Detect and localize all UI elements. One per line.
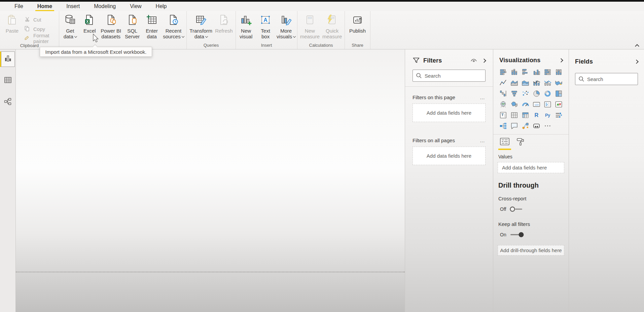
collapse-visualizations-chevron-icon[interactable] [559, 58, 563, 63]
cross-report-toggle[interactable]: Off [500, 206, 564, 212]
100-stacked-bar-chart-visual-button[interactable] [543, 69, 552, 77]
line-stacked-column-chart-visual-button[interactable] [532, 79, 541, 88]
menu-file[interactable]: File [7, 2, 30, 11]
line-chart-icon [499, 79, 507, 88]
key-influencers-visual-button[interactable] [554, 112, 563, 120]
scatter-chart-visual-button[interactable] [521, 90, 530, 99]
donut-chart-visual-button[interactable] [543, 90, 552, 99]
pie-chart-icon [533, 90, 540, 99]
get-data-button[interactable]: Getdata [61, 14, 79, 39]
funnel-chart-icon [510, 90, 518, 99]
ribbon-chart-visual-button[interactable] [554, 79, 563, 88]
drill-through-drop-well[interactable]: Add drill-through fields here [498, 245, 564, 256]
filters-all-pages-section-label: Filters on all pages [413, 138, 455, 143]
r-script-visual-button[interactable]: R [532, 112, 541, 120]
transform-data-icon [195, 14, 207, 27]
tab-values-fields[interactable] [499, 138, 510, 150]
filters-panel: Filters Filters on this page … Add data … [405, 49, 493, 312]
refresh-button[interactable]: Refresh [214, 14, 234, 34]
new-visual-button[interactable]: Newvisual [237, 14, 255, 39]
menu-modeling[interactable]: Modeling [87, 2, 123, 11]
keep-all-filters-label: Keep all filters [498, 221, 564, 227]
power-apps-visual-button[interactable] [532, 122, 541, 131]
sidebar-report-view-button[interactable] [1, 51, 15, 67]
format-painter-button[interactable]: Format painter [24, 34, 59, 43]
python-script-visual-button[interactable]: Py [543, 112, 552, 120]
100-stacked-column-chart-visual-button[interactable] [554, 69, 563, 77]
map-visual-button[interactable] [499, 101, 507, 109]
values-drop-well[interactable]: Add data fields here [498, 162, 564, 173]
sidebar-data-view-button[interactable] [1, 73, 15, 88]
clustered-column-chart-visual-button[interactable] [532, 69, 541, 77]
kpi-visual-button[interactable] [554, 101, 563, 109]
paste-button[interactable]: Paste [3, 14, 22, 34]
funnel-chart-visual-button[interactable] [510, 90, 518, 99]
filters-all-pages-drop-well[interactable]: Add data fields here [413, 147, 486, 165]
report-canvas[interactable] [16, 49, 405, 312]
filter-funnel-icon [413, 57, 420, 64]
slicer-visual-button[interactable] [499, 112, 507, 120]
treemap-visual-button[interactable] [554, 90, 563, 99]
text-box-button[interactable]: A Textbox [256, 14, 275, 39]
excel-button[interactable]: X Excel [80, 14, 99, 34]
decomposition-tree-icon [499, 122, 507, 131]
sidebar-model-view-button[interactable] [1, 94, 15, 110]
power-bi-datasets-button[interactable]: Power BIdatasets [100, 14, 122, 39]
quick-measure-button[interactable]: Quickmeasure [321, 14, 343, 39]
ribbon-group-calculations: Newmeasure Quickmeasure Calculations [297, 11, 345, 49]
card-visual-button[interactable]: 123 [532, 101, 541, 109]
matrix-visual-button[interactable] [521, 112, 530, 120]
publish-button[interactable]: Publish [348, 14, 367, 34]
menu-help[interactable]: Help [149, 2, 174, 11]
multi-row-card-visual-button[interactable] [543, 101, 552, 109]
waterfall-chart-visual-button[interactable] [499, 90, 507, 99]
filters-page-drop-well[interactable]: Add data fields here [413, 104, 486, 122]
fields-search-input[interactable] [587, 76, 635, 82]
table-visual-button[interactable] [510, 112, 518, 120]
menu-home[interactable]: Home [30, 2, 59, 11]
area-chart-visual-button[interactable] [510, 79, 518, 88]
line-chart-visual-button[interactable] [499, 79, 507, 88]
more-options-icon[interactable]: … [480, 96, 486, 99]
collapse-fields-chevron-icon[interactable] [634, 60, 639, 64]
clustered-bar-chart-visual-button[interactable] [521, 69, 530, 77]
filters-search-input[interactable] [425, 73, 482, 79]
drop-well-hint: Add drill-through fields here [500, 247, 562, 253]
share-group-label: Share [345, 43, 370, 49]
donut-chart-icon [544, 90, 551, 99]
cut-button[interactable]: Cut [24, 15, 59, 24]
stacked-area-chart-visual-button[interactable] [521, 79, 530, 88]
paginated-report-visual-button[interactable] [521, 122, 530, 131]
more-options-icon[interactable]: … [480, 139, 486, 142]
enter-data-button[interactable]: Enterdata [142, 14, 161, 39]
eye-icon[interactable] [470, 58, 477, 63]
gauge-visual-button[interactable] [521, 101, 530, 109]
collapse-ribbon-button[interactable] [634, 43, 640, 48]
sql-server-button[interactable]: SQLServer [123, 14, 142, 39]
collapse-filters-chevron-icon[interactable] [482, 58, 486, 63]
paste-icon [6, 14, 18, 27]
stacked-column-chart-visual-button[interactable] [510, 69, 518, 77]
publish-icon [352, 14, 364, 27]
map-icon [499, 101, 507, 110]
pie-chart-visual-button[interactable] [532, 90, 541, 99]
more-visuals-button[interactable]: Morevisuals [276, 14, 296, 39]
text-box-icon: A [259, 14, 272, 27]
q-and-a-visual-button[interactable] [510, 122, 518, 131]
line-stacked-column-chart-icon [533, 79, 540, 88]
copy-button[interactable]: Copy [24, 24, 59, 34]
menu-view[interactable]: View [123, 2, 148, 11]
stacked-bar-chart-visual-button[interactable] [499, 69, 507, 77]
decomposition-tree-visual-button[interactable] [499, 122, 507, 131]
keep-all-filters-toggle[interactable]: On [500, 231, 564, 238]
tab-format-paint-roller-icon[interactable] [516, 138, 525, 150]
recent-sources-button[interactable]: Recentsources [162, 14, 185, 39]
clustered-bar-chart-icon [522, 68, 529, 77]
filled-map-visual-button[interactable] [510, 101, 518, 109]
new-measure-button[interactable]: Newmeasure [299, 14, 321, 39]
more-options-visual-button[interactable] [543, 122, 552, 131]
transform-data-button[interactable]: Transformdata [188, 14, 213, 39]
menu-insert[interactable]: Insert [59, 2, 87, 11]
fields-search-box [575, 73, 638, 85]
line-clustered-column-chart-visual-button[interactable] [543, 79, 552, 88]
